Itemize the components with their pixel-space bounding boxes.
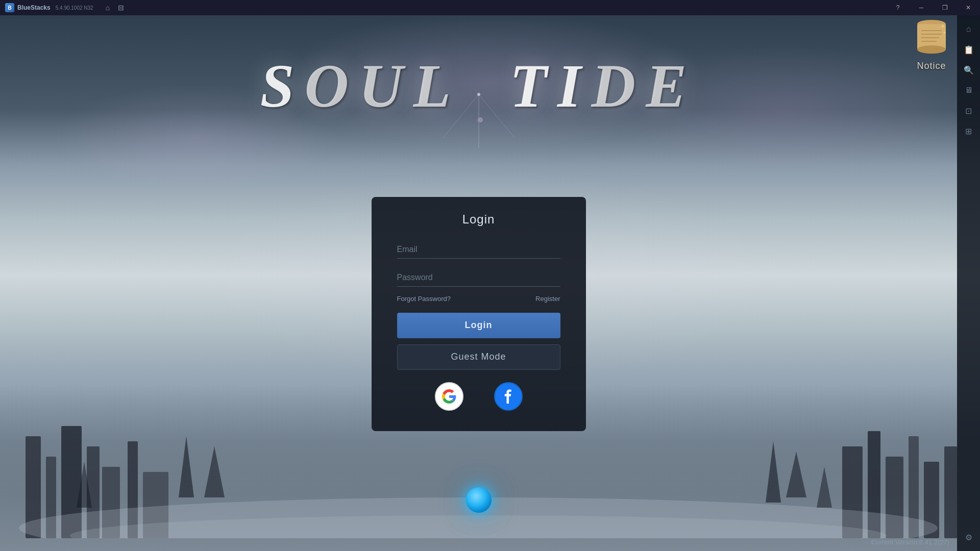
sidebar-icon-1[interactable]: ⌂	[959, 19, 978, 39]
right-sidebar: ⌂ 📋 🔍 🖥 ⊡ ⊞ ⚙	[957, 15, 980, 551]
modal-title: Login	[397, 212, 560, 227]
facebook-login-button[interactable]	[494, 382, 523, 411]
bluestacks-icon: B	[5, 3, 14, 12]
email-group	[397, 241, 560, 259]
sidebar-icon-5[interactable]: ⊡	[959, 101, 978, 120]
svg-text:✦: ✦	[943, 31, 946, 35]
brand-name: BlueStacks	[17, 4, 51, 11]
forgot-password-link[interactable]: Forgot Password?	[397, 295, 451, 303]
svg-point-17	[917, 45, 946, 54]
notice-label: Notice	[917, 61, 946, 71]
sidebar-settings-icon[interactable]: ⚙	[959, 528, 978, 547]
register-link[interactable]: Register	[535, 295, 560, 303]
home-icon[interactable]: ⌂	[104, 3, 112, 13]
restore-button[interactable]: ❐	[933, 0, 957, 15]
social-login-row	[397, 382, 560, 411]
sidebar-icon-3[interactable]: 🔍	[959, 60, 978, 80]
close-button[interactable]: ✕	[957, 0, 980, 15]
login-modal: Login Forgot Password? Register Login Gu…	[372, 197, 586, 431]
google-login-button[interactable]	[435, 382, 463, 411]
login-button[interactable]: Login	[397, 313, 560, 338]
version-text: Current Version:6.41.2(27)	[871, 538, 949, 546]
sidebar-icon-4[interactable]: 🖥	[959, 81, 978, 100]
email-input[interactable]	[397, 241, 560, 259]
svg-text:✦: ✦	[941, 23, 945, 29]
sidebar-icon-2[interactable]: 📋	[959, 40, 978, 59]
titlebar-icons: ⌂ ⊟	[104, 3, 126, 13]
notice-scroll-icon: ✦ ✦	[911, 18, 952, 59]
app-version: 5.4.90.1002 N32	[56, 5, 93, 11]
minimize-button[interactable]: ─	[910, 0, 933, 15]
sidebar-icon-6[interactable]: ⊞	[959, 121, 978, 141]
app-logo: B BlueStacks 5.4.90.1002 N32	[0, 3, 99, 12]
modal-overlay: Login Forgot Password? Register Login Gu…	[0, 15, 957, 551]
layers-icon[interactable]: ⊟	[116, 3, 126, 13]
links-row: Forgot Password? Register	[397, 295, 560, 303]
help-button[interactable]: ?	[886, 0, 910, 15]
titlebar: B BlueStacks 5.4.90.1002 N32 ⌂ ⊟ ? ─ ❐ ✕	[0, 0, 980, 15]
password-group	[397, 269, 560, 287]
password-input[interactable]	[397, 269, 560, 287]
window-controls: ? ─ ❐ ✕	[886, 0, 980, 15]
notice-button[interactable]: ✦ ✦ Notice	[911, 18, 952, 71]
guest-mode-button[interactable]: Guest Mode	[397, 344, 560, 370]
